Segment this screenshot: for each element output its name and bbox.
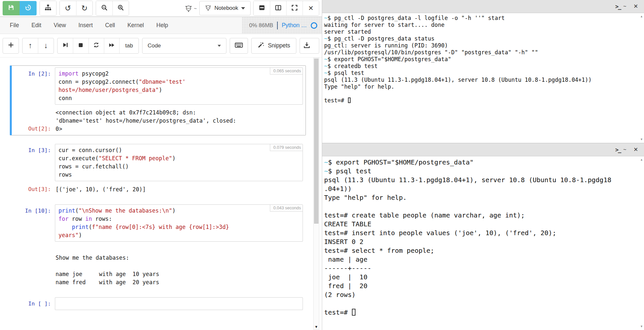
- snippets-button-label: Snippets: [268, 42, 290, 49]
- ipynb-badge-icon: ipynb ~: [185, 4, 197, 12]
- scrollbar-down-arrow[interactable]: ▼: [314, 325, 319, 329]
- code-editor[interactable]: cur = conn.cursor()cur.execute("SELECT *…: [58, 146, 299, 179]
- menu-help[interactable]: Help: [157, 22, 168, 29]
- notebook-pane: ↺ ↻ ipynb: [0, 0, 322, 330]
- move-cell-group: ↑ ↓: [22, 38, 54, 54]
- toolbar-right-section: ipynb ~ ipynb Notebook: [185, 1, 319, 16]
- output-prompt: Out[3]:: [12, 185, 55, 194]
- keyboard-shortcuts-button[interactable]: [230, 38, 248, 54]
- run-controls-group: tab: [57, 38, 139, 54]
- close-pane-button[interactable]: ✕: [303, 1, 319, 15]
- terminal-title: ~: [623, 4, 626, 9]
- input-prompt: In [10]:: [12, 204, 55, 242]
- terminal-cursor: [348, 97, 351, 103]
- terminal-icon: >_: [615, 3, 620, 10]
- snippets-button[interactable]: Snippets: [251, 38, 296, 54]
- terminal-title: ~: [623, 147, 626, 153]
- notebook-scrollbar[interactable]: ▼: [313, 58, 319, 330]
- checkpoint-button[interactable]: [20, 1, 37, 15]
- add-cell-button[interactable]: [3, 38, 19, 54]
- redo-icon: ↻: [81, 5, 88, 12]
- cell-output-row: Show me the databases: name joe with age…: [12, 242, 303, 287]
- code-editor[interactable]: [58, 300, 299, 308]
- terminal-body[interactable]: ▲ ▼ ~$ export PGHOST="$HOME/postgres_dat…: [322, 156, 644, 330]
- fullscreen-button[interactable]: [286, 1, 303, 15]
- notebook-cell[interactable]: In [3]:0.079 secondscur = conn.cursor()c…: [10, 142, 306, 196]
- history-icon: [25, 4, 32, 12]
- interrupt-kernel-button[interactable]: [73, 38, 88, 53]
- arrow-up-icon: ↑: [28, 42, 32, 49]
- notebook-dropdown-label: Notebook: [214, 5, 238, 11]
- scroll-down-arrow[interactable]: ▼: [640, 138, 643, 141]
- code-editor[interactable]: print("\nShow me the databases:\n")for r…: [58, 207, 299, 239]
- terminal-header: >_ ~ ✕: [322, 0, 644, 13]
- menu-file[interactable]: File: [10, 22, 19, 29]
- code-input[interactable]: 0.043 secondsprint("\nShow me the databa…: [55, 204, 303, 242]
- tab-button-label: tab: [125, 43, 133, 49]
- clipped-toolbar-button[interactable]: [300, 38, 319, 54]
- sitemap-group: [40, 1, 57, 16]
- menu-insert[interactable]: Insert: [78, 22, 93, 29]
- cell-input-row: In [3]:0.079 secondscur = conn.cursor()c…: [12, 144, 303, 181]
- move-cell-up-button[interactable]: ↑: [23, 38, 38, 53]
- code-editor[interactable]: import psycopg2conn = psycopg2.connect("…: [58, 70, 299, 102]
- menu-cell[interactable]: Cell: [105, 22, 115, 29]
- tab-complete-button[interactable]: tab: [119, 38, 138, 53]
- restart-kernel-button[interactable]: [89, 38, 104, 53]
- terminal-cursor: [352, 309, 355, 315]
- save-button[interactable]: [3, 1, 20, 15]
- plus-icon: [8, 42, 14, 49]
- input-prompt: In [ ]:: [12, 297, 55, 310]
- notebook-mode-dropdown[interactable]: ipynb Notebook: [199, 1, 251, 15]
- output-prompt: Out[2]:: [12, 125, 55, 133]
- scrollbar-thumb[interactable]: [314, 59, 319, 224]
- terminal-body[interactable]: ▲ ▼ ~$ pg_ctl -D postgres_data -l logfil…: [322, 13, 644, 143]
- code-input[interactable]: 0.065 secondsimport psycopg2conn = psyco…: [55, 67, 303, 105]
- arrow-down-icon: ↓: [44, 42, 48, 49]
- fast-forward-icon: [108, 42, 115, 50]
- svg-text:ipynb: ipynb: [206, 7, 210, 8]
- cell-type-select[interactable]: Code: [142, 38, 226, 54]
- terminal-header: >_ ~ ✕: [322, 143, 644, 156]
- magic-wand-icon: [257, 41, 265, 50]
- zoom-out-button[interactable]: [96, 1, 112, 15]
- menu-view[interactable]: View: [54, 22, 66, 29]
- code-input[interactable]: [55, 297, 303, 310]
- notebook-cells: In [2]:0.065 secondsimport psycopg2conn …: [0, 65, 322, 312]
- code-input[interactable]: 0.079 secondscur = conn.cursor()cur.exec…: [55, 144, 303, 181]
- notebook-cell[interactable]: In [2]:0.065 secondsimport psycopg2conn …: [10, 65, 306, 135]
- notebook-top-toolbar: ↺ ↻ ipynb: [0, 0, 322, 17]
- chevron-down-icon: [241, 7, 245, 9]
- split-rows-button[interactable]: [254, 1, 270, 15]
- input-prompt: In [2]:: [12, 67, 55, 105]
- kernel-idle-icon: [311, 22, 317, 29]
- undo-icon: ↺: [65, 5, 71, 12]
- terminal-top: >_ ~ ✕ ▲ ▼ ~$ pg_ctl -D postgres_data -l…: [322, 0, 644, 143]
- undo-button[interactable]: ↺: [60, 1, 76, 15]
- menu-edit[interactable]: Edit: [31, 22, 41, 29]
- execute-time-badge: 0.065 seconds: [270, 68, 303, 75]
- sitemap-button[interactable]: [40, 1, 56, 15]
- notebook-cell[interactable]: In [10]:0.043 secondsprint("\nShow me th…: [10, 202, 306, 289]
- zoom-in-button[interactable]: [112, 1, 129, 15]
- close-icon[interactable]: ✕: [634, 146, 638, 153]
- kernel-status-area: 0% 86MB Python …: [242, 17, 322, 34]
- kernel-name-label[interactable]: Python …: [282, 22, 307, 29]
- split-columns-button[interactable]: [270, 1, 286, 15]
- scroll-up-arrow[interactable]: ▲: [640, 15, 643, 18]
- redo-button[interactable]: ↻: [76, 1, 92, 15]
- cell-input-row: In [10]:0.043 secondsprint("\nShow me th…: [12, 204, 303, 242]
- input-prompt: In [3]:: [12, 144, 55, 181]
- scroll-down-arrow[interactable]: ▼: [640, 325, 643, 328]
- run-cell-button[interactable]: [58, 38, 73, 53]
- stop-icon: [78, 42, 84, 49]
- execute-time-badge: 0.043 seconds: [270, 205, 303, 212]
- close-icon[interactable]: ✕: [634, 3, 638, 10]
- run-all-button[interactable]: [104, 38, 119, 53]
- move-cell-down-button[interactable]: ↓: [38, 38, 53, 53]
- svg-text:ipynb: ipynb: [187, 7, 190, 9]
- notebook-cell[interactable]: In [ ]:: [10, 295, 306, 312]
- scroll-up-arrow[interactable]: ▲: [640, 158, 643, 161]
- menu-kernel[interactable]: Kernel: [127, 22, 144, 29]
- notebook-scroll-area[interactable]: In [2]:0.065 secondsimport psycopg2conn …: [0, 58, 322, 330]
